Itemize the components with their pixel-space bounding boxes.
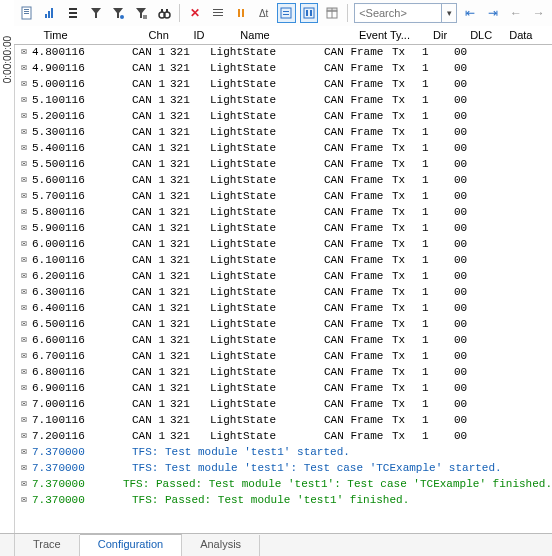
cell-dir: Tx	[392, 62, 422, 74]
cell-time: 6.500116	[32, 318, 132, 330]
cell-name: LightState	[210, 334, 324, 346]
table-row[interactable]: ✉ 4.900116CAN 1321LightStateCAN FrameTx1…	[14, 60, 552, 76]
cell-time: 6.900116	[32, 382, 132, 394]
header-time[interactable]: Time	[40, 29, 145, 41]
cell-time: 5.000116	[32, 78, 132, 90]
table-row[interactable]: ✉ 6.700116CAN 1321LightStateCAN FrameTx1…	[14, 348, 552, 364]
header-dir[interactable]: Dir	[429, 29, 466, 41]
table-row[interactable]: ✉ 6.000116CAN 1321LightStateCAN FrameTx1…	[14, 236, 552, 252]
table-row[interactable]: ✉ 5.300116CAN 1321LightStateCAN FrameTx1…	[14, 124, 552, 140]
cell-id: 321	[170, 190, 210, 202]
log-row[interactable]: ✉ 7.370000TFS: Passed: Test module 'test…	[14, 476, 552, 492]
table-row[interactable]: ✉ 6.800116CAN 1321LightStateCAN FrameTx1…	[14, 364, 552, 380]
find-prev-icon[interactable]: ←	[507, 3, 526, 23]
header-evt[interactable]: Event Ty...	[355, 29, 429, 41]
pause-icon[interactable]	[232, 3, 251, 23]
binoculars-icon[interactable]	[154, 3, 173, 23]
svg-rect-7	[69, 8, 77, 10]
envelope-icon: ✉	[16, 349, 32, 363]
cell-id: 321	[170, 174, 210, 186]
list-icon[interactable]	[209, 3, 228, 23]
table-row[interactable]: ✉ 6.200116CAN 1321LightStateCAN FrameTx1…	[14, 268, 552, 284]
find-next-icon[interactable]: →	[529, 3, 548, 23]
table-row[interactable]: ✉ 4.800116CAN 1321LightStateCAN FrameTx1…	[14, 44, 552, 60]
cell-evt: CAN Frame	[324, 126, 392, 138]
cell-dlc: 1	[422, 334, 454, 346]
table-row[interactable]: ✉ 5.500116CAN 1321LightStateCAN FrameTx1…	[14, 156, 552, 172]
table-row[interactable]: ✉ 5.600116CAN 1321LightStateCAN FrameTx1…	[14, 172, 552, 188]
cell-evt: CAN Frame	[324, 430, 392, 442]
cell-evt: CAN Frame	[324, 222, 392, 234]
search-dropdown-icon[interactable]: ▾	[441, 4, 456, 22]
find-prev-group-icon[interactable]: ⇤	[461, 3, 480, 23]
search-box[interactable]: ▾	[354, 3, 457, 23]
log-row[interactable]: ✉ 7.370000TFS: Passed: Test module 'test…	[14, 492, 552, 508]
table-row[interactable]: ✉ 5.000116CAN 1321LightStateCAN FrameTx1…	[14, 76, 552, 92]
envelope-icon: ✉	[16, 461, 32, 475]
toggle-b-icon[interactable]	[300, 3, 319, 23]
envelope-icon: ✉	[16, 429, 32, 443]
cell-id: 321	[170, 398, 210, 410]
cell-time: 6.200116	[32, 270, 132, 282]
envelope-icon: ✉	[16, 221, 32, 235]
table-row[interactable]: ✉ 7.100116CAN 1321LightStateCAN FrameTx1…	[14, 412, 552, 428]
find-next-group-icon[interactable]: ⇥	[484, 3, 503, 23]
cell-evt: CAN Frame	[324, 254, 392, 266]
envelope-icon: ✉	[16, 173, 32, 187]
cell-chn: CAN 1	[132, 382, 170, 394]
table-row[interactable]: ✉ 5.800116CAN 1321LightStateCAN FrameTx1…	[14, 204, 552, 220]
table-row[interactable]: ✉ 6.300116CAN 1321LightStateCAN FrameTx1…	[14, 284, 552, 300]
cell-dlc: 1	[422, 382, 454, 394]
tab-analysis[interactable]: Analysis	[182, 535, 260, 556]
table-row[interactable]: ✉ 7.200116CAN 1321LightStateCAN FrameTx1…	[14, 428, 552, 444]
filter-settings-icon[interactable]	[132, 3, 151, 23]
columns-icon[interactable]	[322, 3, 341, 23]
clear-icon[interactable]: ✕	[186, 3, 205, 23]
cell-dlc: 1	[422, 254, 454, 266]
table-row[interactable]: ✉ 6.600116CAN 1321LightStateCAN FrameTx1…	[14, 332, 552, 348]
table-row[interactable]: ✉ 5.700116CAN 1321LightStateCAN FrameTx1…	[14, 188, 552, 204]
table-row[interactable]: ✉ 6.900116CAN 1321LightStateCAN FrameTx1…	[14, 380, 552, 396]
cell-dir: Tx	[392, 286, 422, 298]
table-row[interactable]: ✉ 7.000116CAN 1321LightStateCAN FrameTx1…	[14, 396, 552, 412]
header-chn[interactable]: Chn	[145, 29, 190, 41]
header-dlc[interactable]: DLC	[466, 29, 505, 41]
cell-dir: Tx	[392, 366, 422, 378]
collapse-icon[interactable]	[63, 3, 82, 23]
table-row[interactable]: ✉ 5.400116CAN 1321LightStateCAN FrameTx1…	[14, 140, 552, 156]
table-row[interactable]: ✉ 5.200116CAN 1321LightStateCAN FrameTx1…	[14, 108, 552, 124]
barchart-icon[interactable]	[41, 3, 60, 23]
table-row[interactable]: ✉ 6.400116CAN 1321LightStateCAN FrameTx1…	[14, 300, 552, 316]
table-row[interactable]: ✉ 5.100116CAN 1321LightStateCAN FrameTx1…	[14, 92, 552, 108]
toggle-a-icon[interactable]	[277, 3, 296, 23]
filter-icon[interactable]	[86, 3, 105, 23]
envelope-icon: ✉	[16, 317, 32, 331]
cell-dir: Tx	[392, 270, 422, 282]
cell-dir: Tx	[392, 110, 422, 122]
cell-data: 00	[454, 366, 494, 378]
cell-name: LightState	[210, 46, 324, 58]
cell-dlc: 1	[422, 286, 454, 298]
search-input[interactable]	[355, 5, 441, 21]
cell-evt: CAN Frame	[324, 142, 392, 154]
cell-name: LightState	[210, 350, 324, 362]
page-icon[interactable]	[18, 3, 37, 23]
table-row[interactable]: ✉ 6.500116CAN 1321LightStateCAN FrameTx1…	[14, 316, 552, 332]
cell-id: 321	[170, 286, 210, 298]
log-row[interactable]: ✉ 7.370000TFS: Test module 'test1' start…	[14, 444, 552, 460]
table-row[interactable]: ✉ 5.900116CAN 1321LightStateCAN FrameTx1…	[14, 220, 552, 236]
cell-name: LightState	[210, 110, 324, 122]
header-data[interactable]: Data	[505, 29, 552, 41]
tab-configuration[interactable]: Configuration	[80, 534, 182, 556]
tab-trace[interactable]: Trace	[15, 535, 80, 556]
header-id[interactable]: ID	[190, 29, 237, 41]
cell-chn: CAN 1	[132, 46, 170, 58]
table-row[interactable]: ✉ 6.100116CAN 1321LightStateCAN FrameTx1…	[14, 252, 552, 268]
filter2-icon[interactable]	[109, 3, 128, 23]
grid-body[interactable]: ✉ 4.800116CAN 1321LightStateCAN FrameTx1…	[14, 44, 552, 534]
delta-t-icon[interactable]: Δt	[254, 3, 273, 23]
cell-dlc: 1	[422, 318, 454, 330]
log-row[interactable]: ✉ 7.370000TFS: Test module 'test1': Test…	[14, 460, 552, 476]
header-name[interactable]: Name	[236, 29, 355, 41]
cell-dlc: 1	[422, 46, 454, 58]
